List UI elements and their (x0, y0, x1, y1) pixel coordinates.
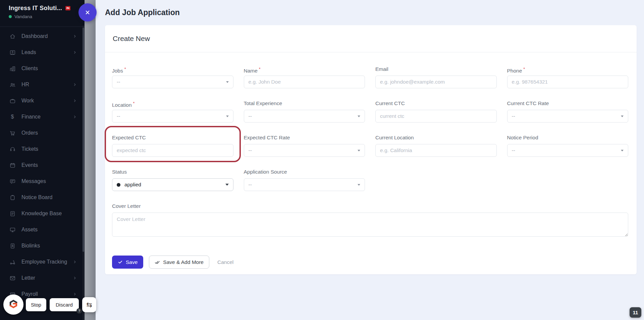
clipboard-icon (9, 194, 16, 201)
phone-input[interactable] (507, 76, 629, 88)
sidebar-item-hr[interactable]: HR (0, 77, 85, 93)
expected-ctc-rate-select[interactable]: -- (244, 144, 365, 157)
brand-logo-icon (7, 298, 19, 311)
total-experience-select[interactable]: -- (244, 110, 365, 123)
sidebar-item-tickets[interactable]: Tickets (0, 141, 85, 157)
chevron-right-icon (72, 82, 77, 87)
select-value: -- (249, 113, 252, 119)
online-status-dot (9, 15, 12, 18)
scooter-icon (9, 259, 16, 265)
select-value: -- (512, 147, 515, 153)
field-label: Total Experience (244, 100, 365, 106)
status-select[interactable]: applied (112, 178, 233, 191)
field-label: Name* (244, 66, 365, 72)
sidebar-item-label: Clients (21, 65, 38, 72)
cover-letter-textarea[interactable] (112, 213, 628, 237)
sidebar-header: Ingress IT Soluti... IN Vandana (0, 0, 85, 23)
chevron-down-icon (225, 184, 229, 186)
sidebar-item-label: Tickets (21, 146, 38, 152)
sidebar-item-label: Orders (21, 130, 38, 136)
sidebar-item-label: Letter (21, 275, 35, 281)
save-add-more-button[interactable]: Save & Add More (149, 256, 209, 269)
sidebar-item-clients[interactable]: Clients (0, 60, 85, 77)
form-actions: Save Save & Add More Cancel (112, 256, 628, 269)
sidebar-item-label: HR (21, 82, 29, 88)
sidebar-item-leads[interactable]: Leads (0, 44, 85, 60)
sidebar-item-knowledge-base[interactable]: Knowledge Base (0, 205, 85, 222)
notice-period-select[interactable]: -- (507, 144, 629, 157)
field-current-ctc: Current CTC (375, 100, 497, 123)
field-label: Expected CTC Rate (244, 135, 365, 141)
sidebar-item-label: Knowledge Base (21, 211, 62, 217)
check-icon (118, 260, 123, 265)
name-input[interactable] (244, 76, 365, 88)
current-ctc-input[interactable] (375, 110, 497, 123)
save-button[interactable]: Save (112, 256, 143, 269)
page-title: Add Job Application (105, 8, 180, 17)
close-panel-button[interactable]: ✕ (78, 3, 97, 21)
stop-button[interactable]: Stop (26, 298, 46, 311)
sidebar-item-biolinks[interactable]: Biolinks (0, 238, 85, 254)
sidebar-item-label: Biolinks (21, 243, 40, 249)
envelope-icon (9, 275, 16, 281)
home-icon (9, 33, 16, 40)
chevron-down-icon (621, 116, 624, 117)
current-ctc-rate-select[interactable]: -- (507, 110, 629, 123)
chevron-right-icon (72, 292, 77, 296)
sidebar-item-messages[interactable]: Messages (0, 173, 85, 189)
sidebar-item-work[interactable]: Work (0, 93, 85, 109)
chevron-down-icon (358, 184, 360, 186)
field-application-source: Application Source -- (244, 169, 365, 191)
sidebar-item-dashboard[interactable]: Dashboard (0, 28, 85, 44)
field-current-ctc-rate: Current CTC Rate -- (507, 100, 629, 123)
sidebar-item-label: Employee Tracking (21, 259, 67, 265)
double-check-icon (155, 260, 160, 265)
chevron-right-icon (72, 50, 77, 55)
sidebar-scrollbar-thumb[interactable] (83, 28, 84, 252)
select-value: -- (512, 113, 515, 119)
swap-arrows-icon: ⇆ (86, 301, 92, 308)
select-value: -- (117, 113, 120, 119)
select-value: -- (117, 79, 120, 85)
cancel-button[interactable]: Cancel (217, 259, 233, 265)
email-input[interactable] (375, 76, 497, 88)
sidebar-item-notice-board[interactable]: Notice Board (0, 189, 85, 205)
sidebar-item-events[interactable]: Events (0, 157, 85, 173)
sidebar: Ingress IT Soluti... IN Vandana Dashboar… (0, 0, 85, 320)
sidebar-item-label: Assets (21, 227, 38, 233)
monitor-icon (9, 226, 16, 233)
sidebar-item-finance[interactable]: $ Finance (0, 109, 85, 125)
select-value: applied (124, 182, 141, 188)
required-asterisk: * (523, 67, 525, 72)
cart-icon (9, 130, 16, 136)
recorder-logo-button[interactable] (3, 294, 23, 315)
jobs-select[interactable]: -- (112, 76, 233, 88)
location-select[interactable]: -- (112, 110, 233, 123)
field-jobs: Jobs* -- (112, 66, 233, 88)
card-title: Create New (113, 35, 150, 43)
field-label: Current Location (375, 135, 497, 141)
field-name: Name* (244, 66, 365, 88)
swap-button[interactable]: ⇆ (82, 297, 96, 312)
sidebar-item-assets[interactable]: Assets (0, 222, 85, 238)
field-label: Phone* (507, 66, 629, 72)
expected-ctc-input[interactable] (112, 144, 233, 157)
help-badge[interactable]: ? (76, 308, 82, 314)
field-location: Location* -- (112, 100, 233, 123)
chevron-right-icon (72, 115, 77, 119)
sidebar-item-employee-tracking[interactable]: Employee Tracking (0, 254, 85, 270)
sidebar-item-letter[interactable]: Letter (0, 270, 85, 286)
field-cover-letter: Cover Letter (112, 203, 628, 238)
org-logo-badge: IN (65, 6, 70, 10)
application-source-select[interactable]: -- (244, 178, 365, 191)
field-email: Email (375, 66, 497, 88)
discard-button[interactable]: Discard (50, 298, 79, 311)
field-label: Cover Letter (112, 203, 628, 209)
chat-icon (9, 178, 16, 185)
field-label: Status (112, 169, 233, 175)
page-number-badge: 11 (630, 307, 641, 318)
sidebar-item-label: Payroll (21, 291, 38, 297)
job-application-form: Jobs* -- Name* Email (112, 66, 628, 238)
sidebar-item-orders[interactable]: Orders (0, 125, 85, 141)
current-location-input[interactable] (375, 144, 497, 157)
